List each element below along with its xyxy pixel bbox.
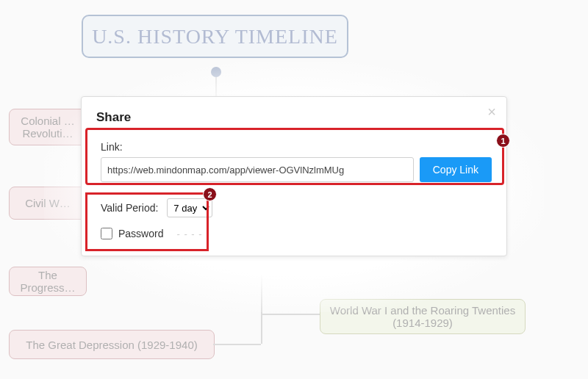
annotation-badge-2: 2 — [203, 187, 217, 201]
node-civil: Civil W… — [9, 187, 87, 220]
root-node: U.S. HISTORY TIMELINE — [82, 15, 348, 58]
annotation-box-1 — [85, 128, 504, 185]
node-wwi: World War I and the Roaring Twenties (19… — [320, 299, 526, 334]
connector-dot — [211, 67, 221, 77]
dialog-title: Share — [96, 110, 131, 124]
node-colonial: Colonial … Revoluti… — [9, 109, 87, 145]
connector-line — [213, 344, 261, 345]
annotation-badge-1: 1 — [496, 134, 510, 148]
connector-line — [261, 314, 320, 315]
node-progressive: The Progress… — [9, 267, 87, 296]
node-depression: The Great Depression (1929-1940) — [9, 330, 215, 359]
close-icon[interactable]: × — [487, 104, 496, 119]
annotation-box-2 — [85, 192, 209, 251]
